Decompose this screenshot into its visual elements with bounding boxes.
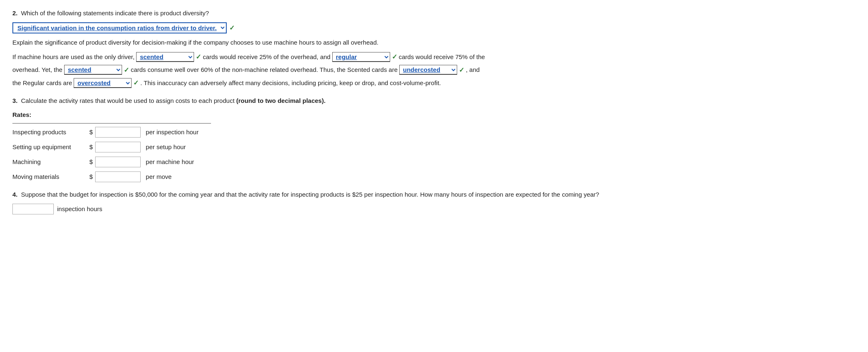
q2-text: Which of the following statements indica… bbox=[21, 10, 209, 17]
q2-select2-group: regular scented ✓ bbox=[332, 52, 397, 62]
q2-inline-mid4: , and bbox=[466, 65, 480, 75]
q4-answer-row: inspection hours bbox=[12, 204, 856, 214]
moving-materials-input[interactable] bbox=[95, 171, 141, 182]
inspecting-dollar: $ bbox=[89, 127, 93, 137]
q2-check4: ✓ bbox=[459, 65, 464, 76]
q2-inline-pre1: If machine hours are used as the only dr… bbox=[12, 52, 134, 62]
rate-row-setup: Setting up equipment $ per setup hour bbox=[12, 142, 211, 152]
q2-inline-pre2: overhead. Yet, the bbox=[12, 65, 62, 75]
setting-up-equipment-input[interactable] bbox=[95, 142, 141, 152]
q2-answer-select[interactable]: Significant variation in the consumption… bbox=[12, 22, 227, 33]
q2-select3-group: scented regular ✓ bbox=[64, 65, 129, 76]
question-2: 2. Which of the following statements ind… bbox=[12, 8, 856, 88]
moving-unit: per move bbox=[146, 172, 172, 182]
machining-label: Machining bbox=[12, 157, 87, 167]
moving-dollar: $ bbox=[89, 172, 93, 182]
question-4: 4. Suppose that the budget for inspectio… bbox=[12, 190, 856, 214]
q2-check3: ✓ bbox=[124, 65, 129, 76]
machining-input[interactable] bbox=[95, 157, 141, 167]
q2-number: 2. bbox=[12, 10, 18, 17]
q2-inline-mid1: cards would receive 25% of the overhead,… bbox=[203, 52, 331, 62]
q4-answer-unit: inspection hours bbox=[57, 204, 102, 214]
q2-check1: ✓ bbox=[196, 52, 201, 62]
q2-inline-pre3: the Regular cards are bbox=[12, 78, 72, 88]
q2-inline-mid2: cards would receive 75% of the bbox=[399, 52, 485, 62]
q2-answer-row: Significant variation in the consumption… bbox=[12, 22, 856, 33]
rates-label: Rates: bbox=[12, 110, 856, 120]
q2-check5: ✓ bbox=[133, 78, 139, 88]
q2-inline-end: . This inaccuracy can adversely affect m… bbox=[140, 78, 441, 88]
q2-inline-row1: If machine hours are used as the only dr… bbox=[12, 52, 856, 62]
q2-scented-select2[interactable]: scented regular bbox=[64, 65, 122, 75]
q4-answer-input[interactable] bbox=[12, 204, 54, 214]
q3-number: 3. bbox=[12, 97, 18, 104]
q4-text: Suppose that the budget for inspection i… bbox=[21, 191, 599, 198]
q2-main-row: 2. Which of the following statements ind… bbox=[12, 8, 856, 18]
rate-row-inspecting: Inspecting products $ per inspection hou… bbox=[12, 127, 211, 138]
q2-overcosted-select[interactable]: overcosted undercosted bbox=[74, 78, 132, 88]
rate-row-moving: Moving materials $ per move bbox=[12, 171, 211, 182]
rate-row-machining: Machining $ per machine hour bbox=[12, 157, 211, 167]
q2-explain-text: Explain the significance of product dive… bbox=[12, 39, 379, 46]
setup-label: Setting up equipment bbox=[12, 142, 87, 152]
q4-number: 4. bbox=[12, 191, 18, 198]
machining-dollar: $ bbox=[89, 157, 93, 167]
question-3: 3. Calculate the activity rates that wou… bbox=[12, 96, 856, 182]
inspecting-unit: per inspection hour bbox=[146, 127, 199, 137]
q2-check2: ✓ bbox=[392, 52, 397, 62]
moving-label: Moving materials bbox=[12, 172, 87, 182]
inspecting-products-input[interactable] bbox=[95, 127, 141, 138]
q2-inline-row3: the Regular cards are overcosted underco… bbox=[12, 78, 856, 88]
q4-main-row: 4. Suppose that the budget for inspectio… bbox=[12, 190, 856, 200]
q2-explain: Explain the significance of product dive… bbox=[12, 38, 856, 48]
q2-undercosted-select[interactable]: undercosted overcosted bbox=[399, 65, 457, 75]
rates-table: Inspecting products $ per inspection hou… bbox=[12, 123, 211, 182]
setup-unit: per setup hour bbox=[146, 142, 186, 152]
q2-select5-group: overcosted undercosted ✓ bbox=[74, 78, 139, 88]
q3-text-bold: (round to two decimal places). bbox=[236, 97, 326, 104]
q2-select1-group: scented regular ✓ bbox=[136, 52, 201, 62]
q2-inline-mid3: cards consume well over 60% of the non-m… bbox=[131, 65, 398, 75]
machining-unit: per machine hour bbox=[146, 157, 194, 167]
inspecting-label: Inspecting products bbox=[12, 127, 87, 137]
q2-scented-select1[interactable]: scented regular bbox=[136, 52, 194, 62]
q2-select4-group: undercosted overcosted ✓ bbox=[399, 65, 464, 76]
setup-dollar: $ bbox=[89, 142, 93, 152]
q2-inline-row2: overhead. Yet, the scented regular ✓ car… bbox=[12, 65, 856, 76]
q2-regular-select[interactable]: regular scented bbox=[332, 52, 390, 62]
q2-check-icon: ✓ bbox=[229, 23, 235, 33]
q3-text: Calculate the activity rates that would … bbox=[21, 97, 235, 104]
q3-main-row: 3. Calculate the activity rates that wou… bbox=[12, 96, 856, 106]
